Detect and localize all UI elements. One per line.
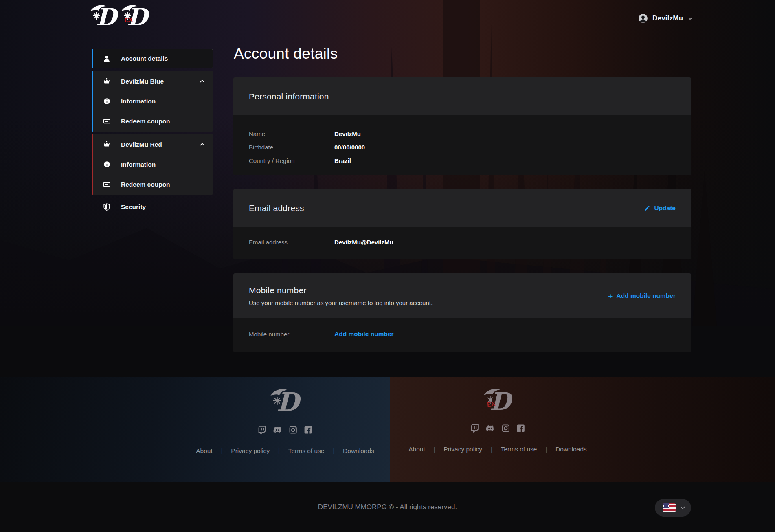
sidebar-item-blue-redeem-coupon[interactable]: Redeem coupon <box>93 111 213 131</box>
devilzmu-logo <box>90 3 118 29</box>
sidebar-group-header-red[interactable]: DevilzMu Red <box>93 134 213 154</box>
devilzmu-logo <box>270 387 301 415</box>
field-label: Birthdate <box>249 144 334 151</box>
avatar-icon <box>638 13 648 24</box>
facebook-icon[interactable] <box>303 425 313 435</box>
chevron-up-icon[interactable] <box>199 78 206 85</box>
footer-link-terms-of-use[interactable]: Terms of use <box>501 446 537 453</box>
sidebar-item-label: Account details <box>121 55 168 62</box>
table-row: Birthdate 00/00/0000 <box>249 143 676 151</box>
sidebar-item-account-details[interactable]: Account details <box>92 49 213 68</box>
sidebar-group-title: DevilzMu Red <box>121 141 162 148</box>
devilzmu-ex-logo: EX <box>483 387 512 414</box>
footer-link-about[interactable]: About <box>196 447 213 455</box>
update-email-button[interactable]: Update <box>644 204 676 212</box>
sidebar-group-header-blue[interactable]: DevilzMu Blue <box>93 71 213 91</box>
chevron-down-icon <box>679 504 686 511</box>
table-row: Country / Region Brazil <box>249 157 676 164</box>
discord-icon[interactable] <box>272 425 283 435</box>
devilzmu-ex-logo: EX <box>121 3 149 29</box>
ex-badge: EX <box>487 400 496 408</box>
field-label: Name <box>249 130 334 137</box>
divider: | <box>221 448 223 454</box>
field-value: DevilzMu@DevilzMu <box>334 239 676 246</box>
sidebar-item-label: Information <box>121 98 156 105</box>
crown-icon <box>102 77 111 86</box>
sidebar-group-devilzmu-blue: DevilzMu Blue Information Redeem coupon <box>92 71 213 132</box>
user-name: DevilzMu <box>652 14 683 22</box>
ticket-icon <box>102 180 111 189</box>
field-label: Email address <box>249 239 334 246</box>
footer-link-privacy-policy[interactable]: Privacy policy <box>443 446 482 453</box>
crown-icon <box>102 141 111 149</box>
footer-link-about[interactable]: About <box>408 446 425 453</box>
us-flag-icon <box>663 503 676 512</box>
add-mobile-number-link[interactable]: Add mobile number <box>334 330 676 338</box>
main-content: Account details Personal information Nam… <box>233 45 691 366</box>
sidebar: Account details DevilzMu Blue Informatio… <box>92 49 213 217</box>
divider: | <box>545 446 547 453</box>
sidebar-group-title: DevilzMu Blue <box>121 78 164 85</box>
page-title: Account details <box>234 45 691 63</box>
ex-badge: EX <box>124 16 133 24</box>
footer-red-content: EX About| Privacy policy| Terms of use| … <box>408 387 587 453</box>
shield-icon <box>102 203 111 211</box>
add-mobile-label: Add mobile number <box>616 292 676 299</box>
sidebar-item-label: Redeem coupon <box>121 118 170 125</box>
field-value: Brazil <box>334 157 676 164</box>
chevron-down-icon <box>687 15 693 22</box>
language-selector[interactable] <box>655 499 691 517</box>
footer <box>0 377 775 482</box>
person-icon <box>102 55 111 63</box>
divider: | <box>491 446 492 453</box>
footer-blue-content: About| Privacy policy| Terms of use| Dow… <box>196 387 374 455</box>
mobile-number-card: Mobile number Use your mobile number as … <box>233 273 691 352</box>
brand-logos[interactable]: EX <box>90 3 149 29</box>
footer-link-privacy-policy[interactable]: Privacy policy <box>231 447 270 455</box>
sidebar-item-red-redeem-coupon[interactable]: Redeem coupon <box>93 174 213 194</box>
sidebar-item-label: Information <box>121 161 156 168</box>
field-value: 00/00/0000 <box>334 144 676 151</box>
discord-icon[interactable] <box>485 424 495 433</box>
table-row: Mobile number Add mobile number <box>249 330 676 338</box>
add-mobile-number-button[interactable]: + Add mobile number <box>608 292 676 299</box>
sidebar-item-label: Security <box>121 203 146 211</box>
footer-link-downloads[interactable]: Downloads <box>555 446 587 453</box>
ticket-icon <box>102 117 111 125</box>
update-label: Update <box>654 204 676 212</box>
instagram-icon[interactable] <box>501 424 510 433</box>
twitch-icon[interactable] <box>257 425 267 435</box>
sidebar-group-devilzmu-red: DevilzMu Red Information Redeem coupon <box>92 134 213 195</box>
field-label: Mobile number <box>249 331 334 338</box>
sidebar-item-label: Redeem coupon <box>121 181 170 188</box>
divider: | <box>333 448 334 454</box>
twitch-icon[interactable] <box>470 424 479 433</box>
card-subtitle: Use your mobile number as your username … <box>249 299 433 307</box>
personal-information-card: Personal information Name DevilzMu Birth… <box>233 77 691 175</box>
email-address-card: Email address Update Email address Devil… <box>233 189 691 259</box>
card-title: Email address <box>249 202 304 213</box>
chevron-up-icon[interactable] <box>199 141 206 148</box>
card-title: Personal information <box>249 91 329 102</box>
footer-link-downloads[interactable]: Downloads <box>343 447 374 455</box>
field-value: DevilzMu <box>334 130 676 137</box>
info-icon <box>102 160 111 168</box>
footer-link-terms-of-use[interactable]: Terms of use <box>288 447 325 455</box>
divider: | <box>434 446 435 453</box>
card-title: Mobile number <box>249 285 433 296</box>
facebook-icon[interactable] <box>516 424 525 433</box>
sidebar-item-security[interactable]: Security <box>92 197 213 217</box>
table-row: Email address DevilzMu@DevilzMu <box>249 238 676 246</box>
pencil-icon <box>644 205 650 211</box>
info-icon <box>102 97 111 105</box>
sidebar-item-blue-information[interactable]: Information <box>93 91 213 111</box>
instagram-icon[interactable] <box>288 425 298 435</box>
plus-icon: + <box>608 293 613 299</box>
user-menu[interactable]: DevilzMu <box>638 11 693 25</box>
sidebar-item-red-information[interactable]: Information <box>93 154 213 174</box>
field-label: Country / Region <box>249 157 334 164</box>
table-row: Name DevilzMu <box>249 130 676 137</box>
divider: | <box>278 448 280 454</box>
